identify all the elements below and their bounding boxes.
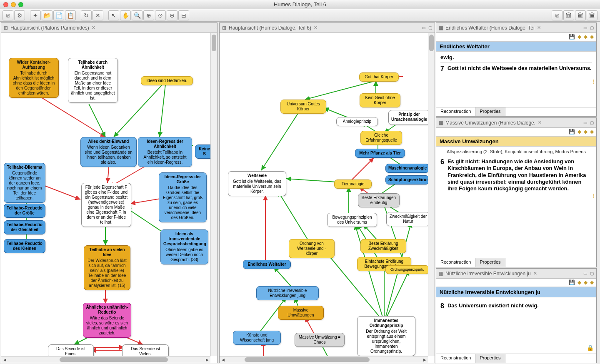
save-icon[interactable]: 💾: [569, 34, 575, 40]
nav-last-icon[interactable]: ◆: [590, 129, 594, 135]
toolbar-pan-icon[interactable]: ✋: [120, 10, 131, 20]
tab-close-mid[interactable]: ✕: [314, 25, 318, 30]
toolbar-delete-icon[interactable]: ✕: [92, 10, 103, 20]
node-ideen-gedanken[interactable]: Ideen sind Gedanken.: [141, 76, 193, 85]
toolbar-right-1[interactable]: ⎚: [552, 10, 562, 20]
tab-close-r2[interactable]: ✕: [538, 120, 542, 125]
node-massive-umwaelzungen[interactable]: Massive Umwälzungen: [278, 306, 324, 320]
toolbar-copy-icon[interactable]: 📄: [53, 10, 64, 20]
toolbar-perspective-3-icon[interactable]: 🏛: [587, 10, 598, 20]
node-weltseele[interactable]: WeltseeleGott ist die Weltseele, das mat…: [228, 171, 286, 196]
node-transzendental[interactable]: Ideen als transzendentale Gesprächsbedin…: [160, 229, 208, 264]
node-immanentes-ordnungsprinzip[interactable]: Immanentes OrdnungsprinzipDer Ordnung de…: [357, 316, 415, 356]
max-icon[interactable]: ▢: [589, 25, 595, 31]
node-universum-gottes[interactable]: Universum Gottes Körper: [280, 100, 326, 114]
node-analogieprinzip[interactable]: Analogieprinzip: [336, 117, 378, 126]
node-erfahrungsquelle[interactable]: Gleiche Erfahrungsquelle: [360, 131, 402, 145]
minimize-view-icon[interactable]: ▭: [420, 25, 426, 31]
toolbar-open-icon[interactable]: 📂: [42, 10, 52, 20]
toolbar-zoomfit-icon[interactable]: ⊙: [155, 10, 166, 20]
node-ursachenanalogie[interactable]: Prinzip der Ursachenanalogie: [388, 110, 430, 125]
node-kuenste[interactable]: Künste und Wissenschaft jung: [233, 331, 281, 345]
node-alles-denkt[interactable]: Alles denkt-EinwandWenn Ideen Gedanken s…: [80, 137, 137, 167]
toolbar-paste-icon[interactable]: 📋: [65, 10, 76, 20]
node-zweck-natur[interactable]: Zweckmäßigkeit der Natur: [386, 212, 430, 226]
tab-close-left[interactable]: ✕: [92, 25, 95, 30]
scrollbar-v-mid[interactable]: [428, 33, 435, 356]
node-teilhabe-dilemma[interactable]: Teilhabe-DilemmaGegenstände können weder…: [4, 163, 45, 203]
node-endliches-weltalter[interactable]: Endliches Weltalter: [243, 260, 291, 269]
tab-title-r2[interactable]: Massive Umwälzungen (Humes Dialoge,: [445, 120, 535, 126]
node-ordnungsprinziperk[interactable]: Ordnungsprinziperk.: [385, 265, 429, 274]
scrollbar-v-left[interactable]: [210, 33, 217, 356]
nav-prev-icon[interactable]: ◆: [578, 279, 581, 286]
tab-properties[interactable]: Properties: [475, 258, 505, 267]
nav-prev-icon[interactable]: ◆: [578, 34, 581, 40]
max-icon[interactable]: ▢: [589, 120, 595, 126]
max-icon[interactable]: ▢: [589, 271, 595, 277]
nav-prev-icon[interactable]: ◆: [578, 129, 581, 135]
toolbar-zoom-icon[interactable]: 🔍: [132, 10, 142, 20]
toolbar-perspective-1-icon[interactable]: 🏛: [563, 10, 574, 20]
canvas-mid[interactable]: Gott hat Körper Kein Geist ohne Körper U…: [220, 33, 435, 363]
save-icon[interactable]: 💾: [569, 279, 575, 286]
node-kein-geist[interactable]: Kein Geist ohne Körper: [360, 93, 400, 107]
node-chaos[interactable]: Massive Umwälzung = Chaos: [295, 333, 345, 347]
node-regress-groesse[interactable]: Ideen-Regress der GrößeDa die Idee des G…: [159, 172, 207, 222]
node-beste-zweck[interactable]: Beste Erklärung Zweckmäßigkeit: [360, 239, 406, 253]
nav-next-icon[interactable]: ◆: [584, 129, 588, 135]
node-gott-koerper[interactable]: Gott hat Körper: [359, 72, 399, 82]
toolbar-zoomin-icon[interactable]: ⊕: [143, 10, 154, 20]
node-teilhabe-aehnlichkeit[interactable]: Teilhabe durch ÄhnlichkeitEin Gegenstand…: [68, 58, 118, 103]
nav-last-icon[interactable]: ◆: [590, 34, 594, 40]
node-beste-erklaerungen[interactable]: Beste Erklärungen eindeutig: [358, 193, 400, 207]
node-reductio-groesse[interactable]: Teilhabe-Reductio der Größe: [4, 204, 45, 218]
node-teilhabe-vielen[interactable]: Teilhabe an vielen IdeeDer Widerspruch l…: [84, 245, 130, 290]
node-tieranalogie[interactable]: Tieranalogie: [334, 180, 372, 189]
minimize-window-button[interactable]: [11, 2, 16, 7]
toolbar-button-1[interactable]: ⎚: [2, 10, 13, 20]
tab-close-r3[interactable]: ✕: [533, 271, 537, 276]
node-mehr-pflanze[interactable]: Mehr Pflanze als Tier: [355, 149, 405, 158]
node-reductio-gleichheit[interactable]: Teilhabe-Reductio der Gleichheit: [4, 220, 45, 234]
node-schoepfung[interactable]: Schöpfungserklärung: [385, 175, 429, 184]
min-icon[interactable]: ▭: [582, 25, 588, 31]
toolbar-refresh-icon[interactable]: ↻: [81, 10, 92, 20]
tab-title-r1[interactable]: Endliches Weltalter (Humes Dialoge, Tei: [445, 25, 535, 31]
node-wider-kontainer[interactable]: Wider Kontainer-AuffassungTeilhabe durch…: [9, 58, 59, 98]
tab-properties[interactable]: Properties: [475, 354, 505, 363]
zoom-window-button[interactable]: [18, 2, 23, 7]
node-nuetzliche-irreversible[interactable]: Nützliche irreversible Entwicklungen jun…: [256, 286, 319, 300]
close-window-button[interactable]: [3, 2, 8, 7]
nav-last-icon[interactable]: ◆: [590, 279, 594, 286]
tab-reconstruction[interactable]: Reconstruction: [436, 354, 475, 363]
tab-reconstruction[interactable]: Reconstruction: [436, 107, 475, 116]
toolbar-new-icon[interactable]: ✦: [30, 10, 41, 20]
tab-properties[interactable]: Properties: [475, 107, 505, 116]
toolbar-pointer-icon[interactable]: ↖: [108, 10, 119, 20]
node-aehnlich-reductio[interactable]: Ähnliches unähnlich-ReductioWäre das Sei…: [83, 303, 131, 338]
node-eigenschaft[interactable]: Für jede Eigenschaft F gibt es eine F-Id…: [81, 183, 131, 227]
node-reductio-kleinen[interactable]: Teilhabe-Reductio des Kleinen: [4, 239, 45, 253]
node-maschinenanalogie[interactable]: Maschinenanalogie: [385, 164, 429, 173]
node-regress-aehnlichkeit[interactable]: Ideen-Regress der ÄhnlichkeitBesteht Tei…: [138, 137, 192, 167]
toolbar-perspective-2-icon[interactable]: 🏛: [575, 10, 586, 20]
min-icon[interactable]: ▭: [582, 271, 588, 277]
tab-title-r3[interactable]: Nützliche irreversible Entwicklungen ju: [445, 271, 531, 277]
toolbar-layout-icon[interactable]: ⊟: [178, 10, 189, 20]
scrollbar-h-mid[interactable]: ◀▶: [220, 356, 428, 363]
node-ordnung-weltseele[interactable]: Ordnung von Weltseele und -körper: [289, 239, 335, 258]
save-icon[interactable]: 💾: [569, 129, 575, 135]
nav-next-icon[interactable]: ◆: [584, 279, 588, 286]
node-bewegungsprinzipien[interactable]: Bewegungsprinzipien des Universums: [327, 213, 377, 227]
maximize-view-icon[interactable]: ▢: [427, 25, 433, 31]
scrollbar-h-left[interactable]: ◀▶: [1, 356, 210, 363]
tab-reconstruction[interactable]: Reconstruction: [436, 258, 475, 267]
tab-close-r1[interactable]: ✕: [537, 25, 541, 30]
canvas-left[interactable]: Wider Kontainer-AuffassungTeilhabe durch…: [1, 33, 217, 363]
min-icon[interactable]: ▭: [582, 120, 588, 126]
toolbar-zoomout-icon[interactable]: ⊖: [167, 10, 178, 20]
toolbar-button-2[interactable]: ⚙: [14, 10, 25, 20]
tab-title-left[interactable]: Hauptansicht (Platons Parmenides): [10, 25, 89, 31]
nav-next-icon[interactable]: ◆: [584, 34, 588, 40]
